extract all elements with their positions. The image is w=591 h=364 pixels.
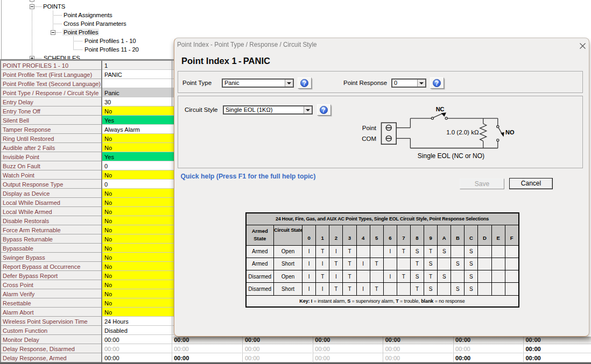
svg-text:NO: NO: [505, 129, 515, 135]
svg-text:COM: COM: [362, 135, 376, 142]
svg-text:1.0 (2.0) kΩ: 1.0 (2.0) kΩ: [446, 129, 479, 135]
svg-text:Single EOL (NC or NO): Single EOL (NC or NO): [418, 152, 484, 160]
svg-text:NC: NC: [436, 106, 445, 112]
svg-text:Point: Point: [362, 125, 377, 131]
